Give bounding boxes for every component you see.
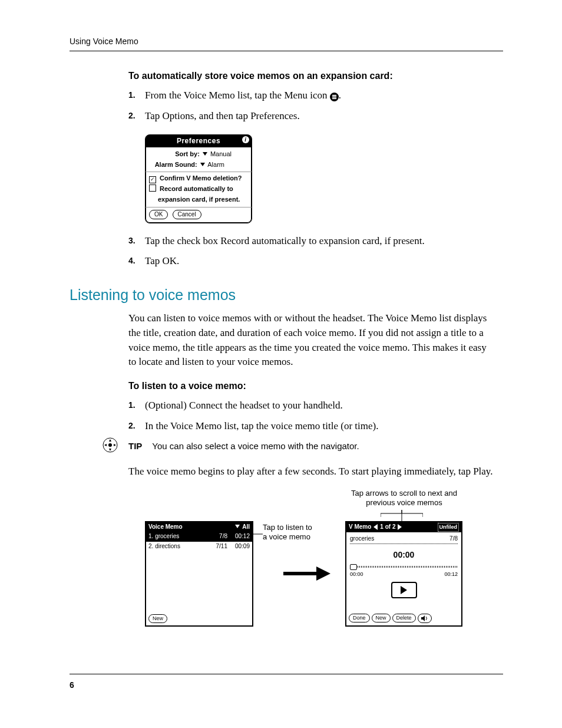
caption-tap-listen: Tap to listen to a voice memo xyxy=(263,523,316,542)
arrow-right-icon xyxy=(283,566,330,581)
category-label: All xyxy=(242,523,250,530)
tip-text: You can also select a voice memo with th… xyxy=(152,441,359,451)
svg-rect-0 xyxy=(332,95,336,96)
checkbox-confirm-deletion[interactable]: ✓ xyxy=(149,176,156,183)
step-3-text: Tap the check box Record automatically t… xyxy=(145,235,425,246)
preferences-titlebar: Preferences i xyxy=(146,135,252,147)
category-dropdown[interactable]: All xyxy=(234,523,250,532)
new-button[interactable]: New xyxy=(372,614,391,622)
step-1: 1. From the Voice Memo list, tap the Men… xyxy=(128,88,494,103)
info-icon[interactable]: i xyxy=(242,136,249,143)
player-titlebar: V Memo 1 of 2 Unfiled xyxy=(346,522,461,532)
caption-scroll-arrows: Tap arrows to scroll to next and previou… xyxy=(345,489,463,508)
slider-thumb[interactable] xyxy=(350,564,357,570)
preferences-title: Preferences xyxy=(177,137,220,145)
cancel-button[interactable]: Cancel xyxy=(173,210,201,219)
page-number: 6 xyxy=(70,680,74,690)
list-title: Voice Memo xyxy=(148,523,183,532)
svg-rect-2 xyxy=(332,98,336,100)
svg-marker-7 xyxy=(104,444,107,446)
svg-marker-5 xyxy=(109,439,111,442)
play-icon xyxy=(401,586,407,594)
record-index: 1 of 2 xyxy=(380,523,395,532)
time-start: 00:00 xyxy=(350,571,363,578)
play-button[interactable] xyxy=(391,582,417,598)
record-auto-label-a: Record automatically to xyxy=(160,185,233,192)
dropdown-icon[interactable] xyxy=(203,152,207,156)
pointer-line-side xyxy=(252,533,263,535)
figure-area: Tap arrows to scroll to next and previou… xyxy=(145,489,503,630)
header-rule xyxy=(70,51,503,51)
step-1-num: 1. xyxy=(128,89,135,101)
step-4-text: Tap OK. xyxy=(145,255,179,266)
step-3: 3. Tap the check box Record automaticall… xyxy=(128,234,494,249)
step-3-num: 3. xyxy=(128,235,135,246)
memo-title[interactable]: groceries xyxy=(350,535,374,543)
subhead-listen: To listen to a voice memo: xyxy=(128,379,494,393)
list-row-1[interactable]: 1. groceries 7/8 00:12 xyxy=(146,532,252,542)
running-head: Using Voice Memo xyxy=(70,35,503,47)
listen-step-1-text: (Optional) Connect the headset to your h… xyxy=(145,400,343,411)
alarm-value[interactable]: Alarm xyxy=(207,161,224,168)
step-4: 4. Tap OK. xyxy=(128,254,494,269)
pointer-bracket-top xyxy=(381,510,423,517)
prev-arrow-icon[interactable] xyxy=(373,524,378,530)
navigator-icon xyxy=(102,437,118,458)
done-button[interactable]: Done xyxy=(349,614,370,622)
step-4-num: 4. xyxy=(128,255,135,266)
new-button[interactable]: New xyxy=(148,614,167,623)
listen-step-2-text: In the Voice Memo list, tap the voice me… xyxy=(145,420,378,431)
list-titlebar: Voice Memo All xyxy=(146,522,252,532)
record-auto-label-b: expansion card, if present. xyxy=(158,196,240,203)
list-row-2[interactable]: 2. directions 7/11 00:09 xyxy=(146,542,252,552)
section-heading-listening: Listening to voice memos xyxy=(70,284,503,305)
dropdown-icon xyxy=(235,525,240,528)
ok-button[interactable]: OK xyxy=(149,210,168,219)
delete-button[interactable]: Delete xyxy=(392,614,416,622)
next-arrow-icon[interactable] xyxy=(398,524,402,530)
step-2-num: 2. xyxy=(128,110,135,121)
voice-memo-list-screen: Voice Memo All 1. groceries 7/8 00:12 2.… xyxy=(145,521,253,627)
player-title: V Memo xyxy=(349,523,371,532)
svg-marker-6 xyxy=(109,449,111,451)
subhead-store: To automatically store voice memos on an… xyxy=(128,69,494,83)
svg-rect-1 xyxy=(332,97,336,98)
sortby-value[interactable]: Manual xyxy=(210,150,232,157)
checkbox-record-auto[interactable] xyxy=(149,185,156,192)
time-end: 00:12 xyxy=(444,571,458,578)
listen-step-1: 1. (Optional) Connect the headset to you… xyxy=(128,398,494,413)
tip-label: TIP xyxy=(128,441,142,451)
speaker-button[interactable] xyxy=(418,614,432,623)
voice-memo-player-screen: V Memo 1 of 2 Unfiled groceries 7/8 00:0… xyxy=(345,521,462,627)
intro-paragraph: You can listen to voice memos with or wi… xyxy=(128,311,494,370)
step-1-text-b: . xyxy=(339,90,341,101)
elapsed-time: 00:00 xyxy=(350,549,458,561)
play-paragraph: The voice memo begins to play after a fe… xyxy=(128,465,494,479)
memo-date: 7/8 xyxy=(449,535,458,543)
progress-slider[interactable] xyxy=(350,564,458,569)
svg-marker-14 xyxy=(421,615,425,621)
sortby-label: Sort by: xyxy=(175,150,200,157)
step-2-text: Tap Options, and then tap Preferences. xyxy=(145,110,300,121)
player-category[interactable]: Unfiled xyxy=(438,523,459,532)
menu-icon xyxy=(330,93,339,101)
svg-point-4 xyxy=(108,443,112,447)
step-1-text-a: From the Voice Memo list, tap the Menu i… xyxy=(145,90,330,101)
dropdown-icon[interactable] xyxy=(200,163,205,166)
alarm-label: Alarm Sound: xyxy=(155,161,197,168)
listen-step-2: 2. In the Voice Memo list, tap the voice… xyxy=(128,419,494,434)
svg-marker-13 xyxy=(316,566,330,581)
step-2: 2. Tap Options, and then tap Preferences… xyxy=(128,109,494,124)
preferences-dialog: Preferences i Sort by: Manual Alarm Soun… xyxy=(145,134,252,223)
page-footer: 6 xyxy=(70,674,503,693)
svg-marker-8 xyxy=(114,444,116,446)
confirm-deletion-label: Confirm V Memo deletion? xyxy=(160,174,242,182)
